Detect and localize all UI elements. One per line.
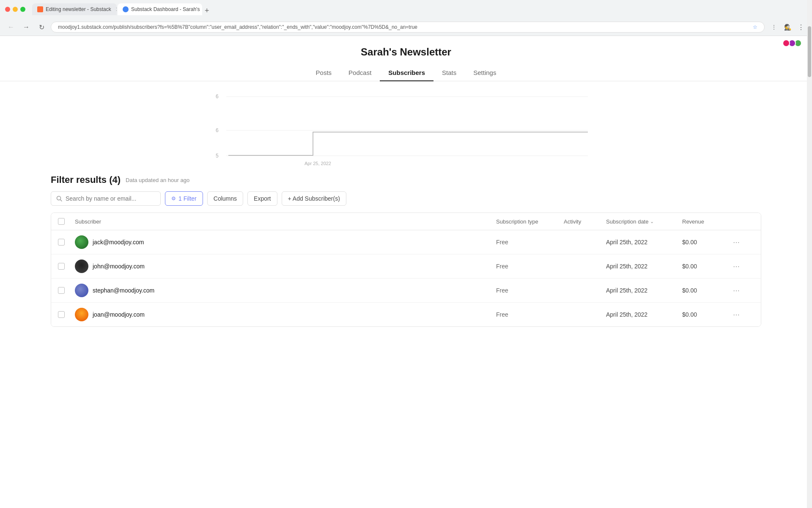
row1-sub-type: Free	[496, 239, 564, 246]
incognito-icon: 🕵	[784, 24, 791, 30]
row3-sub-date: April 25th, 2022	[606, 287, 682, 294]
subscribers-table: Subscriber Subscription type Activity Su…	[51, 213, 761, 327]
back-button[interactable]: ←	[5, 21, 17, 33]
row3-avatar	[75, 284, 88, 297]
row3-sub-type: Free	[496, 287, 564, 294]
row1-actions: ⋯	[733, 238, 754, 246]
row3-more-button[interactable]: ⋯	[733, 287, 740, 295]
row3-subscriber: stephan@moodjoy.com	[75, 284, 496, 297]
close-window-button[interactable]	[5, 7, 10, 12]
row4-actions: ⋯	[733, 311, 754, 319]
search-input[interactable]	[66, 195, 155, 202]
row2-subscriber: john@moodjoy.com	[75, 260, 496, 273]
row1-revenue: $0.00	[682, 239, 733, 246]
search-input-wrapper[interactable]	[51, 191, 161, 206]
maximize-window-button[interactable]	[20, 7, 25, 12]
export-button[interactable]: Export	[247, 191, 277, 206]
svg-text:6: 6	[216, 94, 219, 99]
add-subscriber-button[interactable]: + Add Subscriber(s)	[282, 191, 346, 206]
browser-nav-actions: ⋮ 🕵 ⋮	[768, 21, 807, 33]
row4-more-button[interactable]: ⋯	[733, 311, 740, 319]
row4-checkbox[interactable]	[58, 311, 65, 318]
table-row: jack@moodjoy.com Free April 25th, 2022 $…	[51, 230, 761, 254]
new-tab-button[interactable]: +	[205, 6, 209, 15]
row2-more-button[interactable]: ⋯	[733, 262, 740, 271]
svg-text:6: 6	[216, 127, 219, 133]
row4-avatar	[75, 308, 88, 321]
nav-item-subscribers[interactable]: Subscribers	[380, 65, 433, 81]
add-subscriber-button-label: + Add Subscriber(s)	[288, 195, 340, 202]
top-nav: Posts Podcast Subscribers Stats Settings	[0, 65, 812, 81]
tab-favicon-2	[123, 6, 129, 12]
row2-sub-date: April 25th, 2022	[606, 263, 682, 270]
columns-button-label: Columns	[214, 195, 237, 202]
table-row: stephan@moodjoy.com Free April 25th, 202…	[51, 279, 761, 303]
header-checkbox-cell	[58, 218, 75, 225]
header-revenue: Revenue	[682, 218, 733, 225]
header-activity: Activity	[564, 218, 606, 225]
svg-text:5: 5	[216, 153, 219, 159]
row2-sub-type: Free	[496, 263, 564, 270]
address-bar[interactable]: moodjoy1.substack.com/publish/subscriber…	[51, 22, 765, 33]
avatar-cluster	[782, 39, 802, 47]
scrollbar-thumb[interactable]	[808, 26, 811, 77]
row4-email: joan@moodjoy.com	[93, 311, 145, 318]
nav-item-posts[interactable]: Posts	[307, 65, 340, 81]
main-content: 6 6 5 Apr 25, 2022 Filter results (4) Da…	[0, 81, 812, 334]
browser-tab-1[interactable]: Editing newsletter - Substack ✕	[32, 3, 117, 15]
row1-more-button[interactable]: ⋯	[733, 238, 740, 246]
avatar-cluster-1	[782, 39, 790, 47]
bookmark-icon[interactable]: ☆	[753, 24, 757, 30]
nav-item-settings[interactable]: Settings	[465, 65, 505, 81]
avatar-cluster-icons	[782, 39, 802, 47]
svg-text:Apr 25, 2022: Apr 25, 2022	[304, 161, 331, 166]
filter-controls: ⚙ 1 Filter Columns Export + Add Subscrib…	[51, 191, 761, 206]
forward-button[interactable]: →	[20, 21, 32, 33]
row1-email: jack@moodjoy.com	[93, 239, 144, 246]
row2-email: john@moodjoy.com	[93, 263, 145, 270]
header-subscription-type: Subscription type	[496, 218, 564, 225]
select-all-checkbox[interactable]	[58, 218, 65, 225]
menu-button[interactable]: ⋮	[795, 21, 807, 33]
search-icon	[56, 196, 62, 202]
row3-email: stephan@moodjoy.com	[93, 287, 154, 294]
filter-button-label: 1 Filter	[178, 195, 197, 202]
browser-titlebar: Editing newsletter - Substack ✕ Substack…	[0, 0, 812, 19]
row2-checkbox-cell	[58, 263, 75, 270]
site-title: Sarah's Newsletter	[0, 46, 812, 58]
minimize-window-button[interactable]	[13, 7, 18, 12]
filter-title: Filter results (4)	[51, 174, 121, 185]
row1-subscriber: jack@moodjoy.com	[75, 235, 496, 249]
tab-close-1[interactable]: ✕	[115, 6, 117, 13]
chart-area: 6 6 5 Apr 25, 2022	[51, 81, 761, 166]
row3-revenue: $0.00	[682, 287, 733, 294]
header-subscription-date[interactable]: Subscription date ⌄	[606, 218, 682, 225]
page-content: Sarah's Newsletter Posts Podcast Subscri…	[0, 36, 812, 508]
sort-icon: ⌄	[650, 219, 654, 224]
table-row: john@moodjoy.com Free April 25th, 2022 $…	[51, 254, 761, 279]
filter-header: Filter results (4) Data updated an hour …	[51, 174, 761, 185]
row1-checkbox[interactable]	[58, 239, 65, 246]
browser-tabs: Editing newsletter - Substack ✕ Substack…	[32, 3, 209, 15]
nav-item-stats[interactable]: Stats	[433, 65, 465, 81]
filter-button[interactable]: ⚙ 1 Filter	[165, 191, 203, 206]
extensions-button[interactable]: ⋮	[768, 21, 780, 33]
scrollbar[interactable]	[807, 0, 812, 508]
header-activity-label: Activity	[564, 218, 581, 225]
filter-subtitle: Data updated an hour ago	[126, 177, 189, 183]
browser-navbar: ← → ↻ moodjoy1.substack.com/publish/subs…	[0, 19, 812, 36]
row2-actions: ⋯	[733, 262, 754, 271]
row3-checkbox[interactable]	[58, 287, 65, 294]
browser-tab-2[interactable]: Substack Dashboard - Sarah's ✕	[118, 3, 202, 15]
row4-subscriber: joan@moodjoy.com	[75, 308, 496, 321]
nav-item-podcast[interactable]: Podcast	[340, 65, 380, 81]
incognito-button[interactable]: 🕵	[782, 21, 793, 33]
row4-revenue: $0.00	[682, 311, 733, 318]
row2-checkbox[interactable]	[58, 263, 65, 270]
row1-sub-date: April 25th, 2022	[606, 239, 682, 246]
tab-favicon-1	[37, 6, 43, 12]
columns-button[interactable]: Columns	[207, 191, 243, 206]
row4-checkbox-cell	[58, 311, 75, 318]
reload-button[interactable]: ↻	[36, 21, 47, 33]
row3-actions: ⋯	[733, 287, 754, 295]
